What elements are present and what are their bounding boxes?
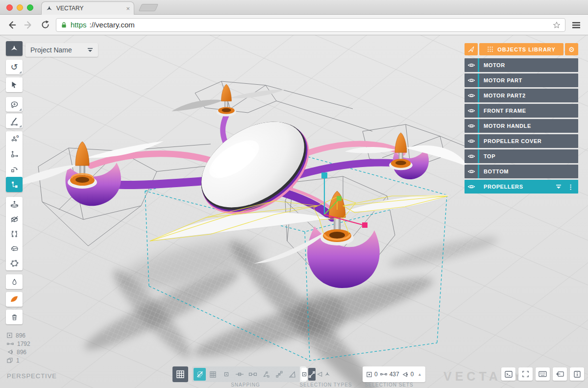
visibility-eye-icon[interactable] — [465, 77, 478, 83]
material-liquid-button[interactable] — [6, 274, 23, 289]
vectary-favicon — [46, 5, 53, 12]
object-row-top[interactable]: TOP ⋮ — [465, 149, 578, 163]
visibility-eye-icon[interactable] — [465, 93, 478, 98]
objects-library-bar[interactable]: OBJECTS LIBRARY — [479, 43, 564, 55]
pen-tool-button[interactable] — [6, 114, 23, 128]
view-mode-label[interactable]: PERSPECTIVE — [7, 372, 57, 380]
close-window-button[interactable] — [6, 4, 13, 11]
selection-types-toolbar — [300, 366, 306, 382]
hide-panel-button[interactable] — [553, 367, 567, 381]
svg-text:G: G — [16, 135, 19, 138]
undo-icon: ↺ — [10, 63, 18, 72]
lasso-icon — [10, 100, 19, 109]
object-row-motor-handle[interactable]: MOTOR HANDLE ⋮ — [465, 119, 578, 133]
url-bar[interactable]: https://vectary.com — [56, 18, 565, 32]
gizmo-settings-button[interactable]: G — [6, 131, 23, 146]
select-tool-button[interactable] — [6, 77, 23, 92]
lattice-tool-button[interactable] — [6, 256, 23, 270]
select-object-button[interactable] — [324, 368, 331, 381]
visibility-eye-icon[interactable] — [465, 169, 478, 174]
forward-button[interactable] — [23, 19, 34, 31]
object-label: MOTOR HANDLE — [479, 123, 531, 129]
project-name-dropdown[interactable]: Project Name — [25, 43, 98, 57]
select-vertex-button[interactable] — [301, 368, 307, 381]
edge-count: 1792 — [17, 340, 30, 347]
utility-buttons — [501, 367, 584, 381]
fullscreen-window-button[interactable] — [27, 4, 33, 11]
object-row-motor-part[interactable]: MOTOR PART ⋮ — [465, 73, 578, 87]
face-set-icon — [402, 372, 408, 377]
gizmo-g-icon: G — [10, 134, 19, 144]
object-label: TOP — [479, 153, 495, 159]
pointer-mode-button[interactable] — [465, 43, 478, 55]
selection-sets-bar[interactable]: 0 437 0 ▲ — [363, 366, 425, 382]
url-scheme: https — [71, 21, 87, 29]
vertex-count-icon — [7, 333, 12, 338]
tab-close-icon[interactable]: × — [126, 5, 130, 12]
visibility-eye-icon[interactable] — [465, 108, 478, 114]
vectary-logo-button[interactable] — [6, 41, 23, 56]
minimize-window-button[interactable] — [17, 4, 23, 11]
new-tab-button[interactable] — [139, 4, 159, 11]
reload-button[interactable] — [39, 19, 51, 31]
gear-icon: ⚙ — [568, 46, 575, 53]
select-face-button[interactable] — [317, 368, 323, 381]
sets-expand-icon[interactable]: ▲ — [417, 372, 421, 377]
visibility-eye-icon[interactable] — [465, 123, 478, 129]
snap-edge-button[interactable] — [246, 368, 259, 381]
grid-toggle-button[interactable] — [172, 366, 188, 382]
material-swatch-button[interactable] — [6, 292, 23, 307]
mirror-tool-button[interactable] — [6, 226, 23, 241]
info-button[interactable] — [570, 367, 584, 381]
objects-panel-header: OBJECTS LIBRARY ⚙ — [465, 43, 578, 55]
edge-set-icon — [380, 372, 387, 376]
rotate-tool-button[interactable] — [6, 162, 23, 177]
snap-increment-button[interactable] — [273, 368, 285, 381]
snap-midpoint-button[interactable] — [233, 368, 245, 381]
object-row-motor[interactable]: MOTOR ⋮ — [465, 58, 578, 72]
visibility-eye-icon[interactable] — [465, 62, 478, 68]
padlock-icon — [60, 21, 68, 29]
snap-vertex-button[interactable] — [220, 368, 232, 381]
snapping-toolbar — [192, 366, 300, 382]
select-edge-button[interactable] — [308, 368, 316, 381]
snap-grid-button[interactable] — [207, 368, 219, 381]
move-tool-button[interactable] — [6, 146, 23, 162]
boolean-tool-button[interactable] — [6, 212, 23, 226]
object-row-motor-part2[interactable]: MOTOR PART2 ⋮ — [465, 89, 578, 102]
object-row-propeller-cover[interactable]: PROPELLER COVER ⋮ — [465, 134, 578, 148]
object-row-front-frame[interactable]: FRONT FRAME ⋮ — [465, 104, 578, 118]
pen-icon — [10, 117, 19, 126]
boolean-icon — [10, 215, 19, 224]
browser-tab[interactable]: VECTARY × — [41, 1, 134, 15]
visibility-eye-icon[interactable] — [465, 153, 478, 159]
edge-set-count: 437 — [390, 371, 399, 378]
visibility-eye-icon[interactable] — [465, 138, 478, 144]
extrude-tool-button[interactable] — [6, 197, 23, 212]
row-menu-icon[interactable]: ⋮ — [567, 184, 574, 190]
object-row-propellers[interactable]: PROPELLERS ⋮ — [465, 180, 578, 194]
browser-menu-button[interactable] — [570, 19, 582, 31]
visibility-eye-icon[interactable] — [465, 184, 478, 190]
snap-perpendicular-button[interactable] — [260, 368, 272, 381]
snap-disable-button[interactable] — [194, 368, 206, 381]
undo-button[interactable]: ↺ — [6, 60, 23, 74]
collapse-icon[interactable] — [556, 184, 562, 189]
panel-settings-button[interactable]: ⚙ — [565, 43, 578, 55]
mirror-icon — [10, 229, 19, 239]
bookmark-star-icon[interactable] — [552, 21, 561, 29]
console-button[interactable] — [501, 367, 515, 381]
shortcuts-keyboard-button[interactable] — [536, 367, 550, 381]
delete-button[interactable] — [6, 310, 23, 324]
objects-panel: OBJECTS LIBRARY ⚙ MOTOR ⋮ MOTOR PART ⋮ M — [465, 43, 578, 195]
vertex-set-icon — [367, 372, 372, 377]
object-row-bottom[interactable]: BOTTOM ⋮ — [465, 165, 578, 178]
edge-count-icon — [7, 342, 14, 346]
fullscreen-button[interactable] — [518, 367, 533, 381]
lasso-select-button[interactable] — [6, 97, 23, 112]
snap-angle-button[interactable] — [286, 368, 298, 381]
scale-tool-button[interactable] — [6, 177, 23, 192]
back-button[interactable] — [6, 19, 18, 31]
object-label: BOTTOM — [479, 169, 509, 174]
bevel-tool-button[interactable] — [6, 241, 23, 256]
